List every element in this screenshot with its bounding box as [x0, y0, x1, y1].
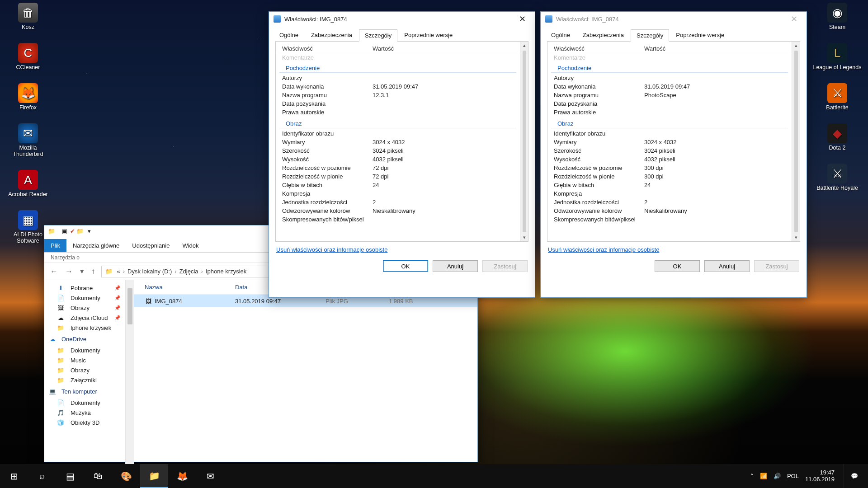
row-compression[interactable]: Kompresja — [547, 189, 792, 198]
ok-button[interactable]: OK — [655, 260, 700, 272]
taskbar-file-explorer[interactable]: 📁 — [140, 464, 168, 488]
crumb[interactable]: Iphone krzysiek — [206, 268, 246, 275]
row-bitspp[interactable]: Skompresowanych bitów/piksel — [547, 215, 792, 224]
crumb[interactable]: Dysk lokalny (D:) — [127, 268, 172, 275]
row-acquired[interactable]: Data pozyskania — [547, 99, 792, 108]
row-copyright[interactable]: Prawa autorskie — [276, 108, 520, 117]
close-icon[interactable]: ✕ — [786, 14, 802, 24]
row-copyright[interactable]: Prawa autorskie — [547, 108, 792, 117]
icon-dota2[interactable]: ◆Dota 2 — [812, 123, 863, 151]
tray-clock[interactable]: 19:47 11.06.2019 — [805, 469, 837, 483]
tab-previous-versions[interactable]: Poprzednie wersje — [670, 29, 730, 41]
quick-access-toolbar[interactable]: ▣✔📁▾ — [61, 227, 92, 235]
task-view-button[interactable]: ▤ — [56, 464, 84, 488]
crumb[interactable]: « — [117, 268, 120, 275]
start-button[interactable]: ⊞ — [0, 464, 28, 488]
cancel-button[interactable]: Anuluj — [704, 260, 750, 272]
taskbar-firefox[interactable]: 🦊 — [168, 464, 196, 488]
row-colormap[interactable]: Odwzorowywanie kolorówNieskalibrowany — [547, 206, 792, 215]
row-acquired[interactable]: Data pozyskania — [276, 99, 520, 108]
this-pc-header[interactable]: 💻Ten komputer — [44, 385, 125, 398]
row-dimensions[interactable]: Wymiary3024 x 4032 — [276, 138, 520, 146]
taskbar-store[interactable]: 🛍 — [84, 464, 112, 488]
nav-up[interactable]: ↑ — [90, 267, 97, 276]
row-authors[interactable]: Autorzy — [276, 74, 520, 82]
icon-lol[interactable]: LLeague of Legends — [812, 43, 863, 70]
icon-trash[interactable]: 🗑Kosz — [5, 3, 51, 30]
quick-obrazy[interactable]: 🖼Obrazy📌 — [44, 303, 125, 313]
row-program[interactable]: Nazwa programu12.3.1 — [276, 91, 520, 99]
close-icon[interactable]: ✕ — [514, 14, 530, 24]
ok-button[interactable]: OK — [383, 260, 428, 272]
apply-button[interactable]: Zastosuj — [482, 260, 528, 272]
quick-iphone[interactable]: 📁Iphone krzysiek — [44, 323, 125, 333]
icon-steam[interactable]: ◉Steam — [812, 3, 863, 30]
row-image-id[interactable]: Identyfikator obrazu — [276, 129, 520, 138]
remove-personal-info-link[interactable]: Usuń właściwości oraz informacje osobist… — [269, 246, 535, 253]
icon-thunderbird[interactable]: ✉Mozilla Thunderbird — [5, 123, 51, 157]
search-button[interactable]: ⌕ — [28, 464, 56, 488]
od-music[interactable]: 📁Music — [44, 355, 125, 365]
pc-dokumenty[interactable]: 📄Dokumenty — [44, 398, 125, 408]
row-height[interactable]: Wysokość4032 pikseli — [276, 155, 520, 164]
row-vres[interactable]: Rozdzielczość w pionie72 dpi — [276, 172, 520, 181]
dialog-titlebar[interactable]: Właściwości: IMG_0874 ✕ — [269, 12, 535, 26]
row-bitdepth[interactable]: Głębia w bitach24 — [547, 181, 792, 189]
row-resunit[interactable]: Jednostka rozdzielczości2 — [547, 198, 792, 206]
tab-security[interactable]: Zabezpieczenia — [577, 29, 630, 41]
row-bitspp[interactable]: Skompresowanych bitów/piksel — [276, 215, 520, 224]
taskbar-mail[interactable]: ✉ — [196, 464, 224, 488]
taskbar-paint[interactable]: 🎨 — [112, 464, 140, 488]
row-width[interactable]: Szerokość3024 pikseli — [276, 146, 520, 155]
nav-forward[interactable]: → — [64, 267, 74, 276]
od-dokumenty[interactable]: 📁Dokumenty — [44, 345, 125, 355]
tab-details[interactable]: Szczegóły — [631, 29, 669, 42]
crumb[interactable]: Zdjęcia — [179, 268, 198, 275]
quick-dokumenty[interactable]: 📄Dokumenty📌 — [44, 293, 125, 303]
row-resunit[interactable]: Jednostka rozdzielczości2 — [276, 198, 520, 206]
icon-ccleaner[interactable]: CCCleaner — [5, 43, 51, 70]
pc-3d[interactable]: 🧊Obiekty 3D — [44, 418, 125, 427]
tab-details[interactable]: Szczegóły — [359, 29, 397, 42]
row-program[interactable]: Nazwa programuPhotoScape — [547, 91, 792, 99]
dialog-titlebar[interactable]: Właściwości: IMG_0874 ✕ — [541, 12, 807, 26]
quick-icloud[interactable]: ☁Zdjęcia iCloud📌 — [44, 313, 125, 323]
icon-battlerite[interactable]: ⚔Battlerite — [812, 83, 863, 111]
icon-battlerite-royale[interactable]: ⚔Battlerite Royale — [812, 164, 863, 191]
tab-general[interactable]: Ogólne — [274, 29, 304, 41]
onedrive-header[interactable]: ☁OneDrive — [44, 333, 125, 345]
row-dimensions[interactable]: Wymiary3024 x 4032 — [547, 138, 792, 146]
nav-back[interactable]: ← — [49, 267, 59, 276]
tray-language[interactable]: POL — [787, 473, 799, 479]
tray-wifi-icon[interactable]: 📶 — [760, 473, 767, 479]
sidebar-scrollbar[interactable] — [126, 280, 134, 472]
od-obrazy[interactable]: 📁Obrazy — [44, 365, 125, 375]
tab-file[interactable]: Plik — [44, 239, 66, 252]
icon-firefox[interactable]: 🦊Firefox — [5, 83, 51, 111]
nav-recent[interactable]: ▾ — [79, 267, 85, 276]
col-name[interactable]: Nazwa — [145, 284, 235, 291]
row-bitdepth[interactable]: Głębia w bitach24 — [276, 181, 520, 189]
quick-pobrane[interactable]: ⬇Pobrane📌 — [44, 283, 125, 293]
row-height[interactable]: Wysokość4032 pikseli — [547, 155, 792, 164]
row-colormap[interactable]: Odwzorowywanie kolorówNieskalibrowany — [276, 206, 520, 215]
row-date-taken[interactable]: Data wykonania31.05.2019 09:47 — [547, 82, 792, 91]
row-width[interactable]: Szerokość3024 pikseli — [547, 146, 792, 155]
od-zalaczniki[interactable]: 📁Załączniki — [44, 375, 125, 385]
tray-chevron-icon[interactable]: ˄ — [750, 473, 754, 479]
row-compression[interactable]: Kompresja — [276, 189, 520, 198]
pc-muzyka[interactable]: 🎵Muzyka — [44, 408, 125, 418]
tab-share[interactable]: Udostępnianie — [126, 239, 176, 252]
row-hres[interactable]: Rozdzielczość w poziomie72 dpi — [276, 164, 520, 172]
remove-personal-info-link[interactable]: Usuń właściwości oraz informacje osobist… — [541, 246, 807, 253]
tray-volume-icon[interactable]: 🔊 — [774, 473, 781, 479]
cancel-button[interactable]: Anuluj — [433, 260, 478, 272]
tab-view[interactable]: Widok — [176, 239, 205, 252]
tab-previous-versions[interactable]: Poprzednie wersje — [398, 29, 458, 41]
action-center-button[interactable]: 💬 — [844, 464, 864, 488]
properties-scrollbar[interactable]: ▴▾ — [520, 42, 528, 241]
tab-home[interactable]: Narzędzia główne — [66, 239, 126, 252]
row-image-id[interactable]: Identyfikator obrazu — [547, 129, 792, 138]
apply-button[interactable]: Zastosuj — [754, 260, 799, 272]
row-vres[interactable]: Rozdzielczość w pionie300 dpi — [547, 172, 792, 181]
